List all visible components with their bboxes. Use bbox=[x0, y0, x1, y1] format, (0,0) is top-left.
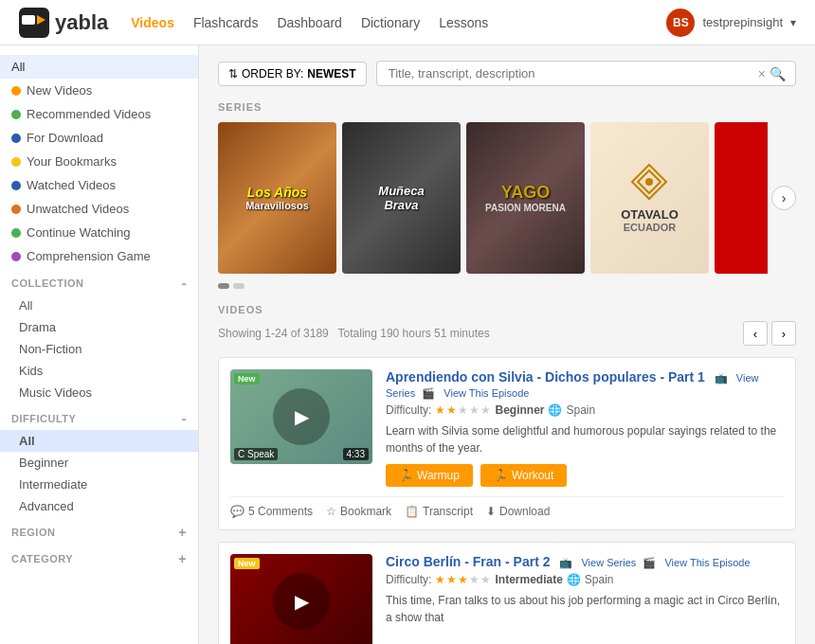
diff-text-2: Intermediate bbox=[495, 573, 562, 586]
video-card-1: ▶ New C Speak 4:33 Aprendiendo con Silvi… bbox=[218, 357, 796, 530]
category-section: CATEGORY + bbox=[0, 544, 198, 570]
video-thumb-2[interactable]: ▶ New bbox=[230, 554, 372, 644]
next-page-button[interactable]: › bbox=[771, 321, 796, 346]
total-text: Totaling 190 hours 51 minutes bbox=[338, 327, 490, 340]
nav-dashboard[interactable]: Dashboard bbox=[277, 15, 342, 30]
workout-icon-1: 🏃 bbox=[494, 469, 508, 482]
warmup-btn-1[interactable]: 🏃 Warmup bbox=[386, 464, 473, 487]
clear-icon[interactable]: × bbox=[756, 64, 768, 83]
series-thumb-1: Los Años Maravillosos bbox=[218, 122, 336, 274]
sidebar-collection-drama[interactable]: Drama bbox=[0, 316, 198, 338]
duration-1: 4:33 bbox=[343, 448, 369, 460]
new-badge-2: New bbox=[234, 558, 260, 569]
videos-count-text: Showing 1-24 of 3189 Totaling 190 hours … bbox=[218, 327, 490, 340]
username[interactable]: testprepinsight bbox=[702, 15, 783, 29]
video-info-2: Circo Berlín - Fran - Part 2 📺 View Seri… bbox=[386, 554, 784, 644]
video-thumb-1[interactable]: ▶ New C Speak 4:33 bbox=[230, 369, 372, 464]
speak-label-1: C Speak bbox=[234, 448, 278, 460]
comments-icon-1: 💬 bbox=[230, 505, 244, 518]
sidebar-diff-advanced[interactable]: Advanced bbox=[0, 495, 198, 517]
star-2-4: ★ bbox=[469, 573, 480, 586]
comp-dot bbox=[11, 252, 21, 261]
bookmark-icon-1: ☆ bbox=[326, 505, 336, 518]
view-series-2[interactable]: View Series bbox=[581, 557, 636, 568]
sidebar-collection-music[interactable]: Music Videos bbox=[0, 382, 198, 403]
nav-flashcards[interactable]: Flashcards bbox=[193, 15, 258, 30]
sidebar-item-label: Your Bookmarks bbox=[27, 154, 117, 169]
action-btns-1: 🏃 Warmup 🏃 Workout bbox=[386, 464, 784, 487]
star-2-2: ★ bbox=[446, 573, 457, 586]
videos-header: VIDEOS bbox=[218, 304, 796, 315]
sidebar-item-label: Recommended Videos bbox=[27, 107, 151, 121]
sidebar-item-download[interactable]: For Download bbox=[0, 126, 198, 150]
difficulty-section: DIFFICULTY - bbox=[0, 403, 198, 430]
view-episode-2[interactable]: View This Episode bbox=[664, 557, 750, 568]
nav-videos[interactable]: Videos bbox=[131, 15, 174, 30]
sidebar-item-recommended[interactable]: Recommended Videos bbox=[0, 102, 198, 126]
region-toggle[interactable]: + bbox=[178, 525, 187, 540]
sidebar-item-new-videos[interactable]: New Videos bbox=[0, 79, 198, 102]
video-title-2: Circo Berlín - Fran - Part 2 📺 View Seri… bbox=[386, 554, 784, 569]
difficulty-label-2: Difficulty: bbox=[386, 573, 431, 586]
bookmark-link-1[interactable]: ☆ Bookmark bbox=[326, 505, 391, 518]
difficulty-label-1: Difficulty: bbox=[386, 403, 431, 417]
search-icon[interactable]: 🔍 bbox=[768, 64, 788, 83]
order-label: ORDER BY: bbox=[242, 67, 303, 80]
main-content: ⇅ ORDER BY: NEWEST × 🔍 SERIES Los Años M… bbox=[199, 45, 815, 644]
transcript-link-1[interactable]: 📋 Transcript bbox=[405, 505, 473, 518]
series-card-1[interactable]: Los Años Maravillosos bbox=[218, 122, 336, 274]
sidebar-item-comp-game[interactable]: Comprehension Game bbox=[0, 244, 198, 268]
collection-toggle[interactable]: - bbox=[182, 276, 187, 291]
difficulty-toggle[interactable]: - bbox=[182, 411, 187, 426]
order-value: NEWEST bbox=[307, 67, 355, 80]
recommended-dot bbox=[11, 110, 21, 119]
carousel-dot-2[interactable] bbox=[233, 283, 244, 289]
transcript-icon-1: 📋 bbox=[405, 505, 419, 518]
sidebar-collection-nonfiction[interactable]: Non-Fiction bbox=[0, 338, 198, 360]
series-card-4[interactable]: OTAVALO ECUADOR bbox=[590, 122, 709, 274]
carousel-dot-1[interactable] bbox=[218, 283, 229, 289]
series-inner: Los Años Maravillosos Muñeca Brava bbox=[218, 122, 768, 274]
download-link-1[interactable]: ⬇ Download bbox=[486, 505, 550, 518]
sidebar-item-bookmarks[interactable]: Your Bookmarks bbox=[0, 150, 198, 173]
sidebar-item-continue-watching[interactable]: Continue Watching bbox=[0, 221, 198, 244]
difficulty-row-2: Difficulty: ★ ★ ★ ★ ★ Intermediate 🌐 Spa… bbox=[386, 573, 784, 586]
series-title: SERIES bbox=[218, 101, 796, 113]
carousel-next-arrow[interactable]: › bbox=[771, 186, 796, 210]
avatar: BS bbox=[666, 9, 695, 37]
sidebar-diff-intermediate[interactable]: Intermediate bbox=[0, 474, 198, 495]
bookmark-text-1: Bookmark bbox=[340, 505, 391, 518]
header: yabla Videos Flashcards Dashboard Dictio… bbox=[0, 0, 815, 45]
sidebar-collection-all[interactable]: All bbox=[0, 295, 198, 316]
chevron-down-icon[interactable]: ▾ bbox=[790, 16, 796, 29]
series-card-3[interactable]: YAGO PASION MORENA bbox=[466, 122, 585, 274]
video-info-1: Aprendiendo con Silvia - Dichos populare… bbox=[386, 369, 784, 487]
video-desc-1: Learn with Silvia some delightful and hu… bbox=[386, 422, 784, 456]
category-toggle[interactable]: + bbox=[178, 551, 187, 566]
video-title-link-2[interactable]: Circo Berlín - Fran - Part 2 bbox=[386, 554, 550, 569]
series-card-2[interactable]: Muñeca Brava bbox=[342, 122, 461, 274]
sidebar-item-watched[interactable]: Watched Videos bbox=[0, 173, 198, 197]
series-card-5[interactable]: S bbox=[715, 122, 768, 274]
view-episode-1[interactable]: View This Episode bbox=[444, 387, 529, 399]
nav-dictionary[interactable]: Dictionary bbox=[361, 15, 420, 30]
prev-page-button[interactable]: ‹ bbox=[743, 321, 768, 346]
workout-btn-1[interactable]: 🏃 Workout bbox=[480, 464, 567, 487]
sidebar-item-unwatched[interactable]: Unwatched Videos bbox=[0, 197, 198, 221]
stars-1: ★ ★ ★ ★ ★ bbox=[435, 403, 491, 417]
order-by-button[interactable]: ⇅ ORDER BY: NEWEST bbox=[218, 62, 367, 86]
search-input[interactable] bbox=[385, 62, 756, 85]
country-1: Spain bbox=[566, 403, 595, 417]
workout-label-1: Workout bbox=[512, 469, 553, 482]
sidebar-diff-beginner[interactable]: Beginner bbox=[0, 452, 198, 474]
logo[interactable]: yabla bbox=[19, 8, 108, 38]
sidebar-diff-all[interactable]: All bbox=[0, 430, 198, 452]
nav-lessons[interactable]: Lessons bbox=[439, 15, 488, 30]
video-card-inner-1: ▶ New C Speak 4:33 Aprendiendo con Silvi… bbox=[230, 369, 784, 487]
sidebar-collection-kids[interactable]: Kids bbox=[0, 360, 198, 382]
comments-link-1[interactable]: 💬 5 Comments bbox=[230, 505, 313, 518]
sidebar-item-label: For Download bbox=[27, 131, 103, 145]
sidebar-item-all[interactable]: All bbox=[0, 55, 198, 79]
video-title-link-1[interactable]: Aprendiendo con Silvia - Dichos populare… bbox=[386, 369, 705, 385]
all-label: All bbox=[11, 60, 25, 74]
